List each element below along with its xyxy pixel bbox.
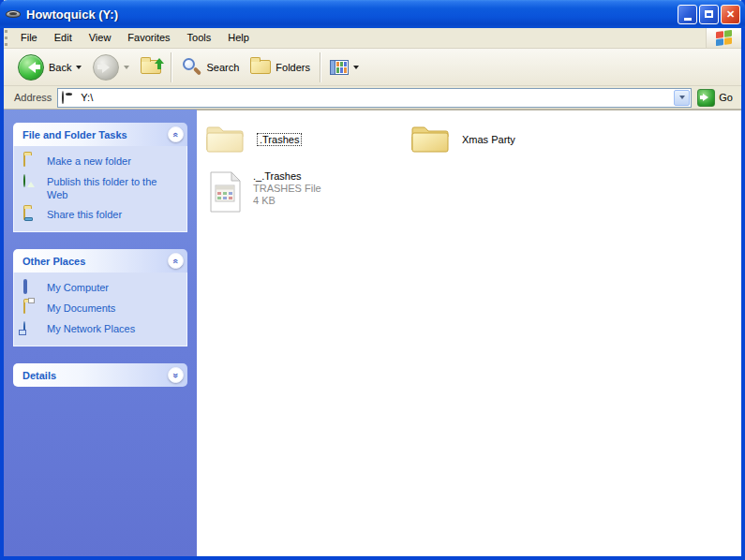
address-input[interactable]: Y:\ xyxy=(57,88,692,108)
views-icon xyxy=(330,60,349,75)
collapse-button[interactable]: « xyxy=(168,253,184,269)
minimize-icon xyxy=(684,18,692,21)
menu-view[interactable]: View xyxy=(81,28,120,48)
task-link[interactable]: Publish this folder to the Web xyxy=(47,175,179,201)
views-button[interactable] xyxy=(324,52,365,83)
up-button[interactable] xyxy=(135,52,167,83)
collapse-button[interactable]: « xyxy=(168,126,184,142)
forward-button[interactable] xyxy=(87,52,135,83)
folders-label: Folders xyxy=(276,62,310,73)
windows-logo-icon xyxy=(716,30,732,46)
standard-buttons-toolbar: Back Search Folders xyxy=(4,49,741,86)
maximize-button[interactable] xyxy=(699,5,719,24)
toolbar-separator xyxy=(320,52,320,82)
back-label: Back xyxy=(49,62,71,73)
menu-help[interactable]: Help xyxy=(219,28,258,48)
panel-header-details[interactable]: Details » xyxy=(13,363,187,387)
menu-bar: File Edit View Favorites Tools Help xyxy=(4,28,741,49)
task-make-new-folder[interactable]: Make a new folder xyxy=(23,155,179,169)
file-name[interactable]: ._.Trashes xyxy=(253,170,321,183)
back-button[interactable]: Back xyxy=(12,52,87,83)
my-documents-icon xyxy=(23,301,25,314)
task-link[interactable]: Make a new folder xyxy=(47,155,131,168)
new-folder-icon xyxy=(23,154,25,167)
task-share-folder[interactable]: Share this folder xyxy=(23,208,179,222)
panel-header-file-tasks[interactable]: File and Folder Tasks « xyxy=(13,123,187,146)
file-name[interactable]: Xmas Party xyxy=(462,134,515,145)
drive-icon xyxy=(62,92,77,103)
go-label[interactable]: Go xyxy=(719,92,733,103)
panel-title: File and Folder Tasks xyxy=(22,129,127,140)
folders-button[interactable]: Folders xyxy=(245,52,316,83)
my-computer-icon xyxy=(23,281,27,292)
back-dropdown-icon[interactable] xyxy=(76,66,82,72)
close-icon: ✕ xyxy=(726,8,735,21)
menu-favorites[interactable]: Favorites xyxy=(119,28,178,48)
file-size: 4 KB xyxy=(253,195,321,207)
file-tile-trashes-folder[interactable]: .Trashes xyxy=(204,122,302,157)
task-link[interactable]: My Network Places xyxy=(47,322,135,335)
menubar-grip[interactable] xyxy=(5,30,11,46)
link-my-documents[interactable]: My Documents xyxy=(23,302,179,316)
file-list-area[interactable]: .Trashes Xmas Party xyxy=(197,110,741,556)
task-pane-sidebar: File and Folder Tasks « Make a new folde… xyxy=(4,110,197,556)
task-link[interactable]: My Documents xyxy=(47,302,115,315)
back-icon xyxy=(18,54,44,81)
window-title: Howtoquick (Y:) xyxy=(26,7,678,22)
menu-edit[interactable]: Edit xyxy=(46,28,81,48)
search-label: Search xyxy=(206,62,239,73)
file-icon[interactable] xyxy=(208,170,242,215)
panel-title: Details xyxy=(22,370,56,381)
views-dropdown-icon[interactable] xyxy=(353,66,359,72)
my-network-places-icon xyxy=(23,321,25,334)
file-type: TRASHES File xyxy=(253,183,321,195)
link-my-network-places[interactable]: My Network Places xyxy=(23,322,179,336)
folder-icon[interactable] xyxy=(410,122,451,157)
folder-icon[interactable] xyxy=(204,122,246,157)
expand-button[interactable]: » xyxy=(168,367,184,383)
go-button[interactable] xyxy=(697,89,715,107)
search-icon xyxy=(181,57,201,78)
windows-brand-area xyxy=(706,28,741,48)
maximize-icon xyxy=(705,10,713,18)
search-button[interactable]: Search xyxy=(175,52,245,83)
drive-icon xyxy=(6,8,22,20)
explorer-window: Howtoquick (Y:) ✕ File Edit View Favorit… xyxy=(0,0,745,560)
folders-icon xyxy=(250,60,271,74)
task-link[interactable]: Share this folder xyxy=(47,208,122,221)
forward-icon xyxy=(93,54,119,81)
minimize-button[interactable] xyxy=(678,5,697,24)
menu-tools[interactable]: Tools xyxy=(179,28,220,48)
forward-dropdown-icon xyxy=(124,66,129,72)
toolbar-separator xyxy=(171,52,171,82)
task-link[interactable]: My Computer xyxy=(47,281,109,294)
address-dropdown-button[interactable] xyxy=(674,90,690,106)
panel-other-places: Other Places « My Computer My Documents … xyxy=(13,249,187,346)
chevron-up-icon: « xyxy=(171,258,181,263)
task-publish-to-web[interactable]: Publish this folder to the Web xyxy=(23,175,179,201)
go-arrow-icon xyxy=(700,94,712,101)
file-tile-xmas-party[interactable]: Xmas Party xyxy=(410,122,515,157)
menu-file[interactable]: File xyxy=(12,28,46,48)
chevron-up-icon: « xyxy=(171,132,181,137)
title-bar[interactable]: Howtoquick (Y:) ✕ xyxy=(0,0,745,28)
file-name[interactable]: .Trashes xyxy=(257,133,302,146)
up-folder-icon xyxy=(141,60,161,74)
publish-web-icon xyxy=(23,174,25,187)
file-tile-trashes-file[interactable]: ._.Trashes TRASHES File 4 KB xyxy=(208,170,321,215)
address-value[interactable]: Y:\ xyxy=(81,92,673,103)
share-folder-icon xyxy=(23,207,25,220)
address-bar: Address Y:\ Go xyxy=(4,86,741,110)
panel-title: Other Places xyxy=(22,256,85,267)
close-button[interactable]: ✕ xyxy=(721,5,740,24)
chevron-down-icon: » xyxy=(171,373,181,377)
panel-file-and-folder-tasks: File and Folder Tasks « Make a new folde… xyxy=(13,123,187,232)
panel-header-other-places[interactable]: Other Places « xyxy=(13,249,187,273)
chevron-down-icon xyxy=(679,96,685,102)
address-label: Address xyxy=(12,92,57,103)
link-my-computer[interactable]: My Computer xyxy=(23,281,179,295)
panel-details: Details » xyxy=(13,363,187,387)
